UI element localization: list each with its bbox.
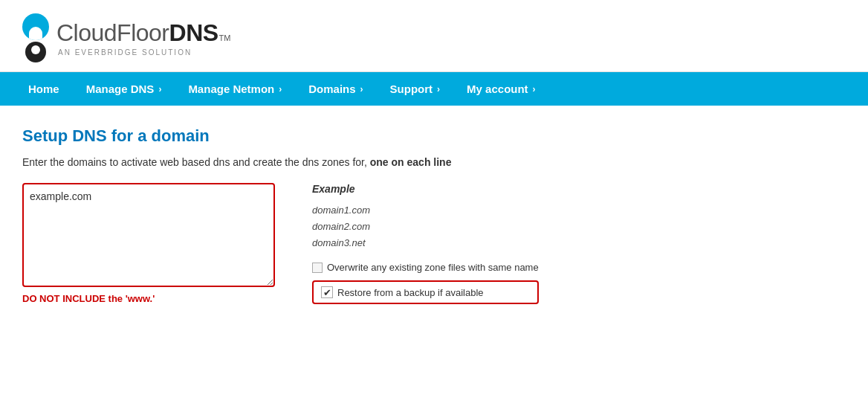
chevron-icon-domains: › <box>360 84 363 94</box>
logo-tm: TM <box>219 33 231 42</box>
page-title: Setup DNS for a domain <box>22 126 846 146</box>
logo-text: CloudFloor DNS TM <box>56 19 230 47</box>
domains-textarea[interactable]: example.com <box>22 183 275 287</box>
overwrite-label: Overwrite any existing zone files with s… <box>327 262 539 273</box>
overwrite-row: Overwrite any existing zone files with s… <box>312 262 539 273</box>
nav-item-support[interactable]: Support › <box>377 72 454 106</box>
overwrite-checkbox[interactable] <box>312 263 323 273</box>
warning-text: DO NOT INCLUDE the 'www.' <box>22 293 275 304</box>
chevron-icon-manage-dns: › <box>158 84 161 94</box>
description-bold: one on each line <box>370 156 452 168</box>
logo-tagline: An Everbridge Solution <box>58 48 230 57</box>
nav-label-manage-netmon: Manage Netmon <box>188 83 274 95</box>
restore-row: ✔ Restore from a backup if available <box>312 280 539 304</box>
example-domains: domain1.com domain2.com domain3.net <box>312 202 539 251</box>
example-label: Example <box>312 183 539 195</box>
nav-label-support: Support <box>390 83 433 95</box>
main-nav: Home Manage DNS › Manage Netmon › Domain… <box>0 72 868 106</box>
nav-label-manage-dns: Manage DNS <box>86 83 155 95</box>
chevron-icon-manage-netmon: › <box>279 84 282 94</box>
nav-item-home[interactable]: Home <box>15 72 73 106</box>
logo-circle-top <box>22 13 49 40</box>
nav-label-domains: Domains <box>308 83 355 95</box>
logo-dns: DNS <box>169 19 218 47</box>
header: CloudFloor DNS TM An Everbridge Solution <box>0 0 868 72</box>
form-left: example.com DO NOT INCLUDE the 'www.' <box>22 183 275 304</box>
description-text: Enter the domains to activate web based … <box>22 156 370 168</box>
restore-label: Restore from a backup if available <box>337 287 484 298</box>
nav-item-domains[interactable]: Domains › <box>295 72 376 106</box>
chevron-icon-support: › <box>437 84 440 94</box>
logo-circle-bottom <box>25 42 46 62</box>
nav-item-manage-dns[interactable]: Manage DNS › <box>73 72 175 106</box>
form-area: example.com DO NOT INCLUDE the 'www.' Ex… <box>22 183 846 304</box>
form-right: Example domain1.com domain2.com domain3.… <box>312 183 539 304</box>
main-content: Setup DNS for a domain Enter the domains… <box>0 106 868 325</box>
logo-icon <box>22 13 49 62</box>
logo-cloudfloor: CloudFloor <box>56 19 169 47</box>
logo-text-area: CloudFloor DNS TM An Everbridge Solution <box>56 19 230 57</box>
restore-checkbox[interactable]: ✔ <box>321 286 333 298</box>
nav-label-my-account: My account <box>467 83 528 95</box>
page-description: Enter the domains to activate web based … <box>22 156 846 168</box>
nav-label-home: Home <box>28 83 59 95</box>
example-domain-2: domain2.com <box>312 219 539 235</box>
chevron-icon-my-account: › <box>533 84 536 94</box>
example-domain-3: domain3.net <box>312 235 539 251</box>
nav-item-manage-netmon[interactable]: Manage Netmon › <box>175 72 295 106</box>
nav-item-my-account[interactable]: My account › <box>453 72 549 106</box>
example-domain-1: domain1.com <box>312 202 539 219</box>
logo-area: CloudFloor DNS TM An Everbridge Solution <box>22 13 846 62</box>
